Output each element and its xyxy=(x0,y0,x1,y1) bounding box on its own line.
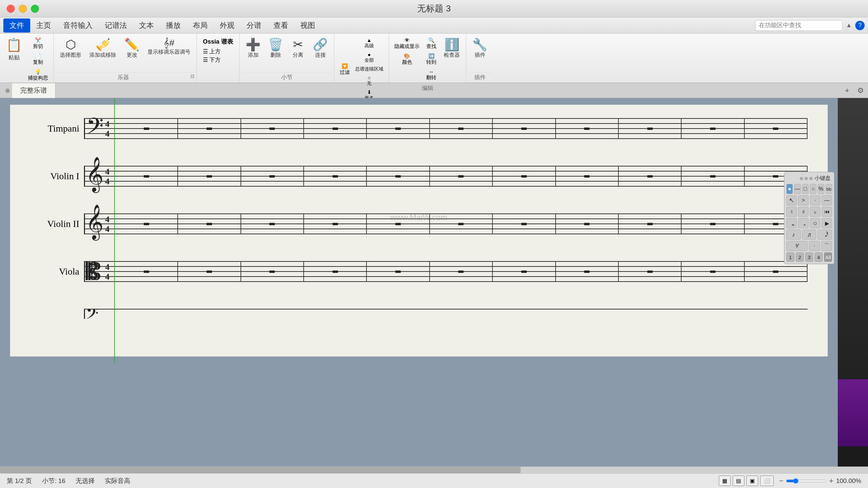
measure-cell[interactable] xyxy=(493,166,556,187)
keypad-mode-chord[interactable]: □ xyxy=(802,184,809,194)
ossia-above[interactable]: ☰ 上方 xyxy=(203,48,233,55)
measure-cell[interactable] xyxy=(682,214,744,234)
measure-cell[interactable] xyxy=(556,118,619,139)
keypad-num-1[interactable]: 1 xyxy=(786,252,795,262)
measure-cell[interactable] xyxy=(178,166,241,187)
measure-cell[interactable] xyxy=(178,214,241,234)
continuous-region-button[interactable]: 总谱连续区域 xyxy=(353,65,385,73)
menu-appearance[interactable]: 外观 xyxy=(214,19,241,33)
measure-cell[interactable] xyxy=(682,166,744,187)
measure-cell[interactable] xyxy=(178,118,241,139)
menu-note-input[interactable]: 音符输入 xyxy=(57,19,99,33)
keypad-32nd[interactable]: 𝅘𝅥𝅰 xyxy=(817,230,832,240)
keypad-tie[interactable]: ⌒ xyxy=(821,241,832,251)
keypad-half[interactable]: 𝅗 xyxy=(798,218,809,228)
measure-cell[interactable] xyxy=(367,166,430,187)
zoom-slider[interactable] xyxy=(786,478,826,484)
inspector-button[interactable]: ℹ️ 检查器 xyxy=(441,36,463,82)
score-wrapper[interactable]: www.MaiW.com Timpani xyxy=(0,98,838,466)
menu-parts[interactable]: 分谱 xyxy=(241,19,268,33)
measure-cell[interactable] xyxy=(556,166,619,187)
menu-play[interactable]: 播放 xyxy=(160,19,187,33)
display-transpose-button[interactable]: 𝄞# 显示移调乐器调号 xyxy=(145,36,193,71)
measure-cell[interactable] xyxy=(367,261,430,282)
keypad-quarter[interactable]: ○ xyxy=(810,218,820,228)
keypad-num-2[interactable]: 2 xyxy=(796,252,804,262)
copy-button[interactable]: 📄 复制 xyxy=(26,52,50,66)
h-scrollbar[interactable] xyxy=(0,466,868,473)
modify-button[interactable]: ✏️ 更改 xyxy=(122,36,142,71)
keypad-mode-percent[interactable]: % xyxy=(817,184,824,194)
help-icon[interactable]: ? xyxy=(855,21,865,30)
keypad-forward[interactable]: ▶ xyxy=(822,218,832,228)
connect-button[interactable]: 🔗 连接 xyxy=(310,36,331,71)
h-scrollbar-thumb[interactable] xyxy=(0,467,521,473)
keypad-eighth[interactable]: ♪ xyxy=(786,230,801,240)
keypad-dot-btn[interactable]: · xyxy=(810,195,820,205)
measure-cell[interactable] xyxy=(493,118,556,139)
capture-button[interactable]: 💡 捕捉构思 xyxy=(26,68,50,82)
search-input[interactable] xyxy=(755,20,842,31)
measure-cell[interactable] xyxy=(115,118,178,139)
keypad-sharp[interactable]: ♯ xyxy=(798,207,809,217)
measure-cell[interactable] xyxy=(304,118,367,139)
tab-add-icon[interactable]: + xyxy=(841,86,853,95)
timpani-staff[interactable]: 𝄢 44 xyxy=(84,118,808,139)
maximize-button[interactable] xyxy=(31,5,39,13)
violin1-staff[interactable]: 𝄞 44 xyxy=(84,166,808,187)
measure-cell[interactable] xyxy=(241,118,304,139)
none-button[interactable]: ○ 无 xyxy=(353,74,385,88)
keypad-16th[interactable]: ♬ xyxy=(802,230,816,240)
plugin-button[interactable]: 🔧 插件 xyxy=(470,36,490,71)
ossia-below[interactable]: ☰ 下方 xyxy=(203,56,233,64)
paste-button[interactable]: 📋 粘贴 xyxy=(3,36,25,82)
measure-cell[interactable] xyxy=(682,261,744,282)
violin2-staff[interactable]: 𝄞 44 xyxy=(84,214,808,234)
find-button[interactable]: 🔍 查找 xyxy=(424,36,438,51)
menu-home[interactable]: 主页 xyxy=(30,19,57,33)
keypad-mode-normal[interactable]: ● xyxy=(786,184,793,194)
measure-cell[interactable] xyxy=(304,166,367,187)
flip-button[interactable]: ↔️ 翻转 xyxy=(424,68,438,82)
keypad-mode-rest[interactable]: — xyxy=(794,184,801,194)
measure-cell[interactable] xyxy=(619,166,682,187)
view-page-btn[interactable]: ▤ xyxy=(733,476,744,486)
next-instrument-staff[interactable]: 𝄢 xyxy=(84,309,808,319)
measure-cell[interactable] xyxy=(430,261,493,282)
tab-close-icon[interactable]: ⊗ xyxy=(3,86,12,95)
keypad-accent[interactable]: > xyxy=(798,195,809,205)
measure-cell[interactable] xyxy=(115,261,178,282)
measure-cell[interactable] xyxy=(430,214,493,234)
zoom-in-button[interactable]: + xyxy=(829,477,833,485)
keypad-dash[interactable]: — xyxy=(822,195,832,205)
menu-layout[interactable]: 布局 xyxy=(187,19,214,33)
measure-cell[interactable] xyxy=(241,214,304,234)
measure-cell[interactable] xyxy=(367,118,430,139)
keypad-whole[interactable]: 𝅝 xyxy=(786,218,797,228)
menu-notation[interactable]: 记谱法 xyxy=(99,19,133,33)
keypad-flat[interactable]: ♭ xyxy=(810,207,820,217)
measure-cell[interactable] xyxy=(619,118,682,139)
menu-text[interactable]: 文本 xyxy=(133,19,160,33)
view-scroll-btn[interactable]: ⬜ xyxy=(760,476,774,486)
measure-cell[interactable] xyxy=(745,261,808,282)
measure-cell[interactable] xyxy=(304,261,367,282)
menu-window[interactable]: 视图 xyxy=(294,19,321,33)
measure-cell[interactable] xyxy=(115,166,178,187)
close-button[interactable] xyxy=(7,5,15,13)
split-button[interactable]: ✂ 分离 xyxy=(288,36,308,71)
keypad-triplet[interactable]: ³⁄ xyxy=(786,241,808,251)
cut-button[interactable]: ✂️ 剪切 xyxy=(26,36,50,51)
all-button[interactable]: ● 全部 xyxy=(353,51,385,64)
viola-staff[interactable]: 𝄡 𝄡𝄡 44 xyxy=(84,261,808,282)
minimize-button[interactable] xyxy=(19,5,27,13)
view-continuous-btn[interactable]: ▦ xyxy=(719,476,731,486)
menu-file[interactable]: 文件 xyxy=(3,19,30,33)
keypad-mode-grace[interactable]: ○ xyxy=(810,184,816,194)
filter-button[interactable]: 🔽 过滤 xyxy=(338,62,352,76)
measure-cell[interactable] xyxy=(493,214,556,234)
measure-cell[interactable] xyxy=(241,166,304,187)
goto-button[interactable]: ➡️ 转到 xyxy=(424,52,438,66)
color-button[interactable]: 🎨 颜色 xyxy=(392,52,422,66)
measure-cell[interactable] xyxy=(556,214,619,234)
